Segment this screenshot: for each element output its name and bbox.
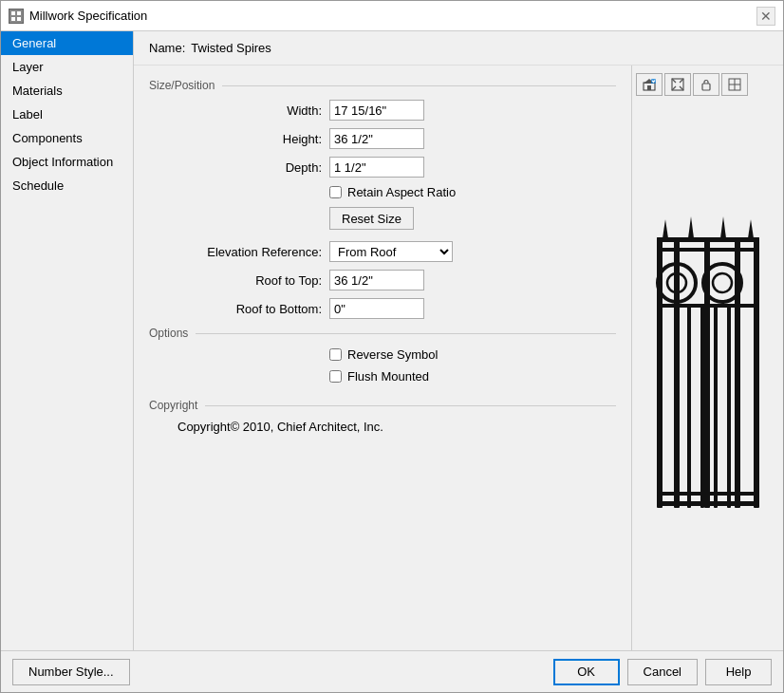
bottom-left: Number Style... xyxy=(12,659,130,685)
svg-rect-4 xyxy=(17,17,21,21)
depth-input[interactable] xyxy=(329,157,424,178)
retain-aspect-checkbox[interactable] xyxy=(329,186,342,198)
sidebar-item-schedule[interactable]: Schedule xyxy=(1,174,133,197)
number-style-button[interactable]: Number Style... xyxy=(12,659,130,685)
height-group: Height: xyxy=(149,128,616,149)
roof-to-bottom-input[interactable] xyxy=(329,298,424,319)
cancel-button[interactable]: Cancel xyxy=(627,659,698,685)
name-bar: Name: Twisted Spires xyxy=(134,31,783,66)
bottom-bar: Number Style... OK Cancel Help xyxy=(1,650,783,692)
preview-lock-button[interactable] xyxy=(693,73,719,96)
svg-marker-21 xyxy=(748,219,754,238)
svg-rect-32 xyxy=(700,307,704,508)
preview-toolbar xyxy=(636,73,748,96)
sidebar-item-layer[interactable]: Layer xyxy=(1,55,133,79)
svg-rect-39 xyxy=(657,501,759,506)
preview-grid-button[interactable] xyxy=(721,73,748,96)
help-button[interactable]: Help xyxy=(705,659,772,685)
elevation-ref-select[interactable]: From Roof From Floor From Ceiling xyxy=(329,241,453,262)
svg-rect-37 xyxy=(754,237,759,508)
copyright-text: Copyright© 2010, Chief Architect, Inc. xyxy=(149,420,616,434)
roof-to-bottom-label: Roof to Bottom: xyxy=(177,302,329,316)
svg-marker-20 xyxy=(720,216,726,238)
reset-group: Reset Size xyxy=(149,207,616,230)
reverse-symbol-checkbox[interactable] xyxy=(329,348,342,361)
width-label: Width: xyxy=(177,103,329,118)
roof-to-bottom-group: Roof to Bottom: xyxy=(149,298,616,319)
depth-group: Depth: xyxy=(149,157,616,178)
elevation-ref-group: Elevation Reference: From Roof From Floo… xyxy=(149,241,616,262)
sidebar-item-materials[interactable]: Materials xyxy=(1,79,133,103)
svg-rect-7 xyxy=(647,85,651,90)
svg-rect-36 xyxy=(735,237,740,508)
sidebar-item-general[interactable]: General xyxy=(1,31,133,55)
divider xyxy=(222,85,616,86)
svg-rect-38 xyxy=(657,492,759,496)
reverse-symbol-group: Reverse Symbol xyxy=(149,347,616,362)
divider xyxy=(205,405,616,406)
main-window: Millwork Specification ✕ General Layer M… xyxy=(0,0,784,693)
roof-to-top-label: Roof to Top: xyxy=(177,273,329,288)
main-body: Size/Position Width: Height: Depth: xyxy=(134,66,783,650)
ok-button[interactable]: OK xyxy=(553,659,620,685)
divider xyxy=(196,333,616,334)
svg-rect-14 xyxy=(702,84,710,90)
preview-expand-button[interactable] xyxy=(664,73,691,96)
bottom-right: OK Cancel Help xyxy=(553,659,772,685)
svg-rect-2 xyxy=(17,11,21,15)
options-section-header: Options xyxy=(149,327,616,340)
title-bar: Millwork Specification ✕ xyxy=(1,1,783,31)
main-content: Name: Twisted Spires Size/Position Width… xyxy=(134,31,783,650)
content-area: General Layer Materials Label Components… xyxy=(1,31,783,650)
sidebar-item-components[interactable]: Components xyxy=(1,126,133,150)
name-label: Name: xyxy=(149,41,185,55)
preview-area xyxy=(631,66,783,650)
roof-to-top-input[interactable] xyxy=(329,270,424,290)
close-button[interactable]: ✕ xyxy=(756,7,775,26)
copyright-section-header: Copyright xyxy=(149,399,616,412)
preview-image xyxy=(636,103,779,643)
sidebar: General Layer Materials Label Components… xyxy=(1,31,134,650)
window-title: Millwork Specification xyxy=(29,9,147,23)
preview-home-button[interactable] xyxy=(636,73,663,96)
form-area: Size/Position Width: Height: Depth: xyxy=(134,66,631,650)
retain-aspect-label: Retain Aspect Ratio xyxy=(347,185,456,199)
flush-mounted-label: Flush Mounted xyxy=(347,369,429,384)
height-input[interactable] xyxy=(329,128,424,149)
height-label: Height: xyxy=(177,132,329,146)
svg-rect-30 xyxy=(674,237,680,508)
svg-rect-31 xyxy=(687,307,691,508)
svg-marker-18 xyxy=(663,219,668,238)
svg-rect-33 xyxy=(704,237,710,508)
flush-mounted-checkbox[interactable] xyxy=(329,370,342,383)
width-input[interactable] xyxy=(329,100,424,121)
elevation-ref-label: Elevation Reference: xyxy=(177,245,329,259)
title-bar-left: Millwork Specification xyxy=(9,9,147,24)
width-group: Width: xyxy=(149,100,616,121)
name-value: Twisted Spires xyxy=(191,41,271,55)
reverse-symbol-label: Reverse Symbol xyxy=(347,347,438,362)
reset-size-button[interactable]: Reset Size xyxy=(329,207,414,230)
svg-rect-35 xyxy=(727,307,731,508)
sidebar-item-label[interactable]: Label xyxy=(1,103,133,126)
svg-rect-29 xyxy=(657,237,663,508)
svg-rect-34 xyxy=(714,307,718,508)
svg-point-27 xyxy=(713,273,732,292)
svg-rect-3 xyxy=(11,17,15,21)
window-icon xyxy=(9,9,24,24)
svg-marker-19 xyxy=(688,216,694,238)
depth-label: Depth: xyxy=(177,160,329,175)
flush-mounted-group: Flush Mounted xyxy=(149,369,616,384)
retain-aspect-group: Retain Aspect Ratio xyxy=(149,185,616,199)
svg-rect-1 xyxy=(11,11,15,15)
size-position-section-header: Size/Position xyxy=(149,79,616,92)
roof-to-top-group: Roof to Top: xyxy=(149,270,616,290)
sidebar-item-object-information[interactable]: Object Information xyxy=(1,150,133,174)
